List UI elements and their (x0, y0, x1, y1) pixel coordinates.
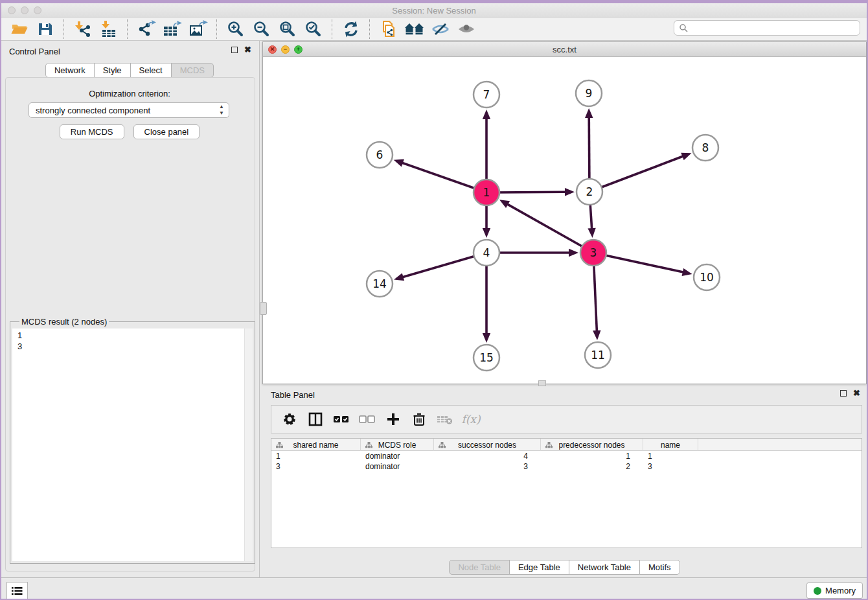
graph-edge-arrowhead (593, 330, 600, 340)
column-header-name[interactable]: name (643, 439, 698, 451)
deselect-all-icon[interactable] (356, 408, 379, 430)
network-window-titlebar[interactable]: ✕ − + scc.txt (263, 42, 866, 57)
splitter-handle-left[interactable] (260, 302, 267, 315)
graph-node-label: 6 (376, 148, 383, 161)
graph-edge-arrowhead (394, 273, 404, 281)
column-header-shared-name[interactable]: shared name (271, 439, 361, 451)
tab-network-table[interactable]: Network Table (569, 560, 640, 575)
graph-node-label: 8 (702, 141, 709, 154)
list-icon (12, 586, 23, 595)
table-toolbar: f(x) (271, 405, 862, 433)
paste-network-icon[interactable] (378, 19, 400, 39)
search-box[interactable] (674, 20, 860, 36)
close-panel-icon[interactable]: ✖ (853, 390, 860, 397)
select-all-icon[interactable] (330, 408, 353, 430)
zoom-out-icon[interactable] (251, 19, 273, 39)
tab-node-table[interactable]: Node Table (449, 560, 510, 575)
network-window-title: scc.txt (263, 45, 866, 54)
table-cell[interactable]: 3 (643, 461, 698, 472)
column-header-successor-nodes[interactable]: successor nodes (434, 439, 541, 451)
refresh-icon[interactable] (340, 19, 362, 39)
export-table-icon[interactable] (161, 19, 183, 39)
table-cell[interactable]: 2 (541, 461, 643, 472)
zoom-fit-icon[interactable] (277, 19, 299, 39)
toolbar-separator (127, 19, 128, 39)
search-input[interactable] (689, 23, 860, 33)
graph-edge-arrowhead (585, 108, 593, 118)
zoom-in-icon[interactable] (225, 19, 247, 39)
table-cell[interactable]: 1 (643, 451, 698, 461)
control-panel: Control Panel ✖ NetworkStyleSelectMCDS O… (0, 41, 260, 577)
delete-table-icon[interactable] (433, 408, 457, 430)
mcds-result-item[interactable]: 3 (17, 341, 253, 352)
column-header-predecessor-nodes[interactable]: predecessor nodes (541, 439, 643, 451)
app-titlebar: Session: New Session (0, 0, 868, 17)
tab-edge-table[interactable]: Edge Table (509, 560, 569, 575)
select-stepper-icon: ▲▼ (219, 104, 224, 117)
hide-icon[interactable] (429, 19, 451, 39)
tab-motifs[interactable]: Motifs (639, 560, 680, 575)
table-cell[interactable]: 3 (271, 461, 361, 472)
save-icon[interactable] (34, 19, 56, 39)
tab-style[interactable]: Style (94, 63, 131, 78)
export-network-icon[interactable] (135, 19, 157, 39)
column-attribute-icon (439, 441, 446, 450)
graph-edge-arrowhead (483, 333, 490, 343)
toolbar-separator (332, 19, 333, 39)
graph-node-label: 11 (591, 349, 605, 362)
table-cell[interactable]: 1 (271, 451, 361, 461)
mcds-result-list[interactable]: 13 (12, 329, 253, 561)
add-icon[interactable] (382, 408, 405, 430)
graph-edge-2-8[interactable] (589, 156, 683, 192)
window-title: Session: New Session (0, 6, 868, 16)
memory-button[interactable]: Memory (806, 583, 863, 599)
graph-edge-arrowhead (681, 153, 691, 161)
graph-edge-3-1[interactable] (507, 204, 593, 253)
table-panel-title: Table Panel (271, 390, 315, 400)
run-mcds-button[interactable]: Run MCDS (60, 124, 124, 139)
graph-node-label: 1 (483, 186, 490, 199)
close-panel-icon[interactable]: ✖ (244, 47, 251, 53)
show-icon[interactable] (455, 19, 477, 39)
gear-icon[interactable] (278, 408, 301, 430)
zoom-selected-icon[interactable] (303, 19, 325, 39)
float-panel-icon[interactable] (231, 47, 238, 53)
graph-node-label: 9 (586, 87, 593, 100)
tab-network[interactable]: Network (45, 63, 95, 78)
criterion-select[interactable]: strongly connected component ▲▼ (29, 102, 229, 118)
open-folder-icon[interactable] (8, 19, 30, 39)
column-label: successor nodes (458, 441, 516, 450)
table-cell[interactable]: dominator (361, 451, 434, 461)
tab-mcds[interactable]: MCDS (171, 63, 214, 78)
toolbar-separator (369, 19, 371, 39)
task-history-button[interactable] (6, 582, 28, 599)
result-scrollbar[interactable] (244, 329, 253, 561)
table-cell[interactable]: 3 (434, 461, 541, 472)
node-table[interactable]: shared nameMCDS rolesuccessor nodesprede… (271, 438, 862, 548)
mcds-result-title: MCDS result (2 nodes) (19, 317, 109, 327)
table-cell[interactable]: 4 (434, 451, 541, 461)
close-panel-button[interactable]: Close panel (133, 124, 200, 139)
main-toolbar (0, 17, 868, 41)
network-graph-canvas[interactable]: 7968124314101511 (264, 56, 866, 384)
table-cell[interactable]: dominator (361, 461, 434, 472)
table-row[interactable]: 3dominator323 (271, 461, 862, 472)
column-header-MCDS-role[interactable]: MCDS role (361, 439, 434, 451)
table-cell[interactable]: 1 (541, 451, 643, 461)
import-network-icon[interactable] (72, 19, 94, 39)
search-icon (679, 23, 689, 33)
export-image-icon[interactable] (187, 19, 209, 39)
delete-icon[interactable] (407, 408, 431, 430)
mcds-result-box: MCDS result (2 nodes) 13 (10, 317, 255, 564)
float-panel-icon[interactable] (840, 390, 847, 397)
import-table-icon[interactable] (98, 19, 120, 39)
function-icon[interactable]: f(x) (459, 408, 483, 430)
graph-edge-3-10[interactable] (593, 253, 684, 272)
control-panel-tabs: NetworkStyleSelectMCDS (45, 63, 214, 78)
home-icon[interactable] (404, 19, 426, 39)
splitter-handle-bottom[interactable] (538, 380, 546, 386)
mcds-result-item[interactable]: 1 (17, 330, 253, 341)
split-pane-icon[interactable] (304, 408, 327, 430)
tab-select[interactable]: Select (130, 63, 172, 78)
table-row[interactable]: 1dominator411 (271, 451, 862, 461)
